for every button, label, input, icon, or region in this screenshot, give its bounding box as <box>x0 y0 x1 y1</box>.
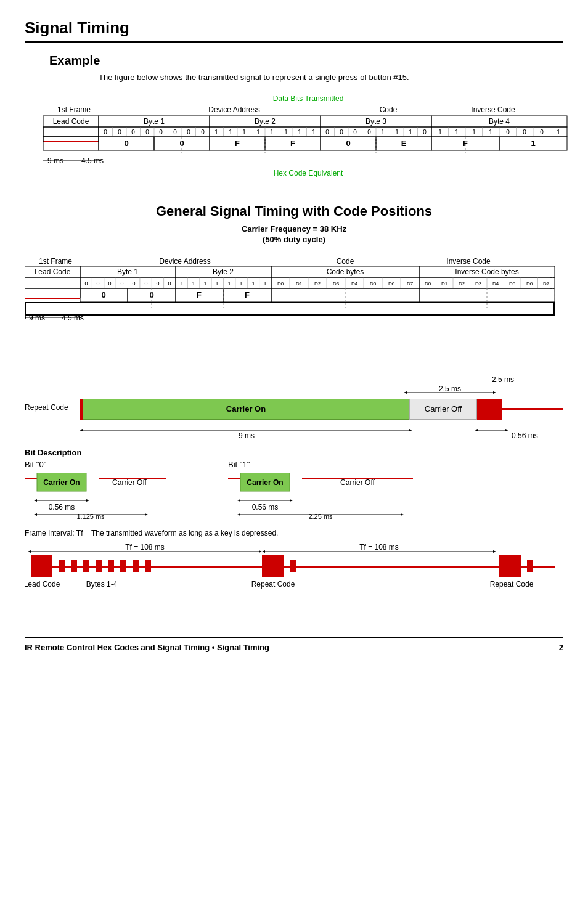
svg-text:Carrier Off: Carrier Off <box>340 478 375 487</box>
svg-text:D3: D3 <box>475 281 482 287</box>
svg-text:Byte 1: Byte 1 <box>117 267 138 276</box>
svg-text:1: 1 <box>298 129 301 136</box>
repeat-code-section: Repeat Code 2.5 ms 2.5 ms Carrier On Car… <box>25 375 563 439</box>
svg-text:Carrier On: Carrier On <box>247 478 283 487</box>
svg-text:4.5 ms: 4.5 ms <box>81 157 104 165</box>
svg-text:D4: D4 <box>492 281 499 287</box>
svg-text:1: 1 <box>242 129 246 136</box>
svg-marker-264 <box>493 550 496 553</box>
svg-text:Inverse Code: Inverse Code <box>471 105 515 114</box>
repeat-code-label: Repeat Code <box>25 403 80 412</box>
svg-text:2.5 ms: 2.5 ms <box>439 385 461 393</box>
svg-marker-226 <box>409 429 412 431</box>
svg-text:Repeat Code: Repeat Code <box>490 580 534 589</box>
svg-text:F: F <box>463 139 468 148</box>
svg-text:0: 0 <box>353 129 357 136</box>
example-intro: The figure below shows the transmitted s… <box>99 71 563 84</box>
svg-text:1: 1 <box>438 129 442 136</box>
timing-arrow-25ms: 2.5 ms <box>80 385 549 397</box>
svg-text:1: 1 <box>472 129 476 136</box>
svg-text:E: E <box>401 139 407 148</box>
svg-text:D5: D5 <box>370 281 377 287</box>
svg-text:1: 1 <box>489 129 492 136</box>
svg-text:D4: D4 <box>351 281 358 287</box>
svg-rect-267 <box>31 555 52 577</box>
svg-text:0: 0 <box>156 280 159 287</box>
svg-text:0: 0 <box>118 129 121 136</box>
svg-text:D1: D1 <box>441 281 448 287</box>
svg-text:Code: Code <box>380 105 398 114</box>
svg-text:Hex Code Equivalent: Hex Code Equivalent <box>274 169 343 177</box>
svg-text:1: 1 <box>214 129 218 136</box>
svg-text:0: 0 <box>104 129 107 136</box>
general-section-title: General Signal Timing with Code Position… <box>25 203 563 219</box>
svg-text:1: 1 <box>239 280 242 287</box>
svg-text:D6: D6 <box>526 281 533 287</box>
example-section-title: Example <box>49 54 563 68</box>
bit-desc-title: Bit Description <box>25 448 563 457</box>
svg-text:Bytes 1-4: Bytes 1-4 <box>86 580 118 589</box>
svg-text:Repeat Code: Repeat Code <box>251 580 295 589</box>
svg-rect-217 <box>25 302 26 316</box>
svg-text:D2: D2 <box>459 281 465 287</box>
svg-text:Lead Code: Lead Code <box>25 580 60 589</box>
svg-text:1: 1 <box>192 280 195 287</box>
svg-rect-268 <box>59 560 65 572</box>
svg-text:1: 1 <box>455 129 459 136</box>
svg-marker-251 <box>237 499 240 502</box>
svg-text:D3: D3 <box>333 281 340 287</box>
svg-text:D7: D7 <box>543 281 550 287</box>
svg-marker-229 <box>475 429 478 431</box>
svg-marker-252 <box>290 499 293 502</box>
svg-text:0: 0 <box>179 139 184 148</box>
timing-2-5ms: 2.5 ms <box>492 375 514 384</box>
svg-rect-277 <box>290 560 296 572</box>
svg-text:0: 0 <box>144 280 147 287</box>
svg-text:0: 0 <box>173 129 177 136</box>
svg-text:F: F <box>235 139 240 148</box>
example-diagram-svg: Data Bits Transmitted 1st Frame Device A… <box>43 92 573 191</box>
svg-text:Lead Code: Lead Code <box>53 117 89 126</box>
bit1-label: Bit "1" <box>228 460 413 469</box>
bit1-section: Bit "1" Carrier On Carrier Off 0.56 ms <box>228 460 413 519</box>
timing-arrows-bottom: 9 ms 0.56 ms <box>80 421 549 439</box>
svg-rect-271 <box>96 560 102 572</box>
svg-rect-218 <box>553 302 555 316</box>
svg-text:0: 0 <box>523 129 526 136</box>
svg-marker-238 <box>34 499 37 502</box>
svg-marker-230 <box>505 429 508 431</box>
svg-text:0.56 ms: 0.56 ms <box>49 503 75 512</box>
svg-text:Device Address: Device Address <box>208 105 259 114</box>
svg-text:1: 1 <box>203 280 206 287</box>
svg-text:0.56 ms: 0.56 ms <box>252 503 279 512</box>
svg-text:9 ms: 9 ms <box>239 431 255 439</box>
svg-text:Byte 1: Byte 1 <box>144 117 165 126</box>
svg-text:0: 0 <box>201 129 205 136</box>
svg-text:1: 1 <box>270 129 274 136</box>
carrier-freq: Carrier Frequency = 38 KHz <box>25 224 563 234</box>
svg-marker-263 <box>262 550 265 553</box>
svg-text:0: 0 <box>540 129 544 136</box>
svg-text:0: 0 <box>159 129 163 136</box>
svg-text:1: 1 <box>557 129 560 136</box>
svg-text:1: 1 <box>215 280 218 287</box>
svg-text:Byte 2: Byte 2 <box>255 117 276 126</box>
svg-marker-221 <box>404 391 407 394</box>
frame-interval-diagram: Tf = 108 ms Tf = 108 ms Lead Code Bytes … <box>25 542 555 622</box>
svg-text:Carrier Off: Carrier Off <box>112 478 147 487</box>
svg-text:F: F <box>197 290 202 300</box>
svg-text:Code: Code <box>337 257 354 266</box>
svg-text:0: 0 <box>108 280 111 287</box>
svg-text:0: 0 <box>132 280 135 287</box>
svg-rect-216 <box>25 302 555 303</box>
svg-marker-239 <box>86 499 89 502</box>
svg-text:Code bytes: Code bytes <box>327 267 364 276</box>
svg-text:D6: D6 <box>388 281 395 287</box>
svg-text:1: 1 <box>395 129 399 136</box>
general-timing-diagram: 1st Frame Device Address Lead Code Byte … <box>25 253 563 367</box>
svg-text:0: 0 <box>325 129 329 136</box>
footer-page: 2 <box>559 643 563 652</box>
svg-text:Data Bits Transmitted: Data Bits Transmitted <box>273 94 344 103</box>
svg-text:0: 0 <box>506 129 510 136</box>
svg-rect-84 <box>43 137 99 150</box>
